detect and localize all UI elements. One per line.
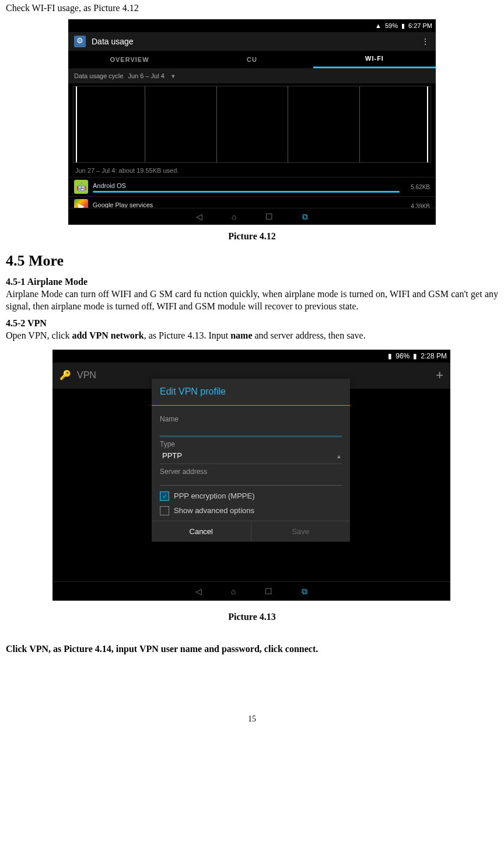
battery-icon: ▮	[401, 22, 405, 30]
battery-level: 96%	[396, 352, 410, 361]
chevron-down-icon: ▾	[172, 72, 175, 80]
tab-wifi[interactable]: WI-FI	[313, 51, 436, 68]
airplane-mode-text: Airplane Mode can turn off WIFI and G SM…	[6, 288, 498, 313]
graph-vline	[145, 86, 145, 162]
app-usage-bar	[93, 191, 400, 193]
edit-vpn-dialog: Edit VPN profile Name Type PPTP ▲ Server…	[152, 379, 350, 541]
ppp-encryption-row[interactable]: ✓ PPP encryption (MPPE)	[160, 489, 342, 504]
show-advanced-row[interactable]: Show advanced options	[160, 504, 342, 518]
clock: 6:27 PM	[408, 22, 432, 30]
subsection-4-5-1-title: 4.5-1 Airplane Mode	[6, 276, 498, 288]
name-label: Name	[160, 415, 342, 424]
save-button[interactable]: Save	[251, 521, 351, 542]
vpn-header-title: VPN	[77, 369, 96, 382]
usage-summary: Jun 27 – Jul 4: about 19.55KB used.	[68, 165, 436, 177]
back-icon[interactable]: ◁	[196, 211, 202, 222]
overflow-menu-icon[interactable]: ⋮	[421, 36, 430, 47]
caption-4-13: Picture 4.13	[6, 611, 498, 623]
screenshot-icon[interactable]: ⧉	[302, 586, 307, 597]
app-info: Android OS	[93, 182, 406, 193]
vpn-screenshot: ▮ 96% ▮ 2:28 PM 🔑 VPN + Edit VPN profile…	[52, 350, 450, 601]
page-number: 15	[6, 714, 498, 736]
name-input[interactable]	[160, 424, 342, 437]
section-4-5-title: 4.5 More	[6, 251, 498, 271]
home-icon[interactable]: ⌂	[232, 211, 236, 222]
app-row[interactable]: 🤖 Android OS 5.62KB	[68, 177, 436, 196]
navigation-bar: ◁ ⌂ ☐ ⧉	[52, 581, 450, 601]
home-icon[interactable]: ⌂	[231, 586, 236, 597]
tab-overview[interactable]: OVERVIEW	[68, 51, 191, 68]
navigation-bar: ◁ ⌂ ☐ ⧉	[68, 208, 436, 225]
vpn-text: Open VPN, click add VPN network, as Pict…	[6, 330, 498, 342]
graph-marker-left[interactable]	[76, 86, 77, 162]
add-vpn-icon[interactable]: +	[436, 367, 443, 384]
key-icon: 🔑	[60, 369, 71, 382]
recent-apps-icon[interactable]: ☐	[265, 586, 272, 597]
screen-header: ⚙ Data usage ⋮	[68, 32, 436, 51]
settings-icon: ⚙	[74, 36, 86, 47]
cancel-button[interactable]: Cancel	[152, 521, 251, 542]
tabs: OVERVIEW CU WI-FI	[68, 51, 436, 68]
recent-apps-icon[interactable]: ☐	[265, 211, 273, 222]
graph-vline	[359, 86, 360, 162]
graph-vline	[216, 86, 217, 162]
tab-cu[interactable]: CU	[191, 51, 313, 68]
type-select[interactable]: PPTP ▲	[160, 449, 342, 464]
show-advanced-label: Show advanced options	[174, 506, 254, 516]
android-os-icon: 🤖	[74, 180, 88, 194]
vpn-connect-instruction: Click VPN, as Picture 4.14, input VPN us…	[6, 643, 498, 656]
ppp-encryption-label: PPP encryption (MPPE)	[174, 491, 254, 501]
usage-graph[interactable]	[73, 86, 431, 163]
caption-4-12: Picture 4.12	[6, 231, 498, 243]
dialog-title: Edit VPN profile	[152, 379, 350, 406]
app-name: Android OS	[93, 182, 406, 190]
battery-level: 59%	[385, 22, 398, 30]
wifi-icon: ▲	[375, 22, 382, 30]
data-usage-screenshot: ▲ 59% ▮ 6:27 PM ⚙ Data usage ⋮ OVERVIEW …	[68, 19, 436, 225]
cycle-label: Data usage cycle	[74, 72, 123, 80]
header-title: Data usage	[92, 36, 134, 47]
clock: 2:28 PM	[421, 352, 447, 361]
cycle-range: Jun 6 – Jul 4	[128, 72, 164, 80]
server-address-input[interactable]	[160, 477, 342, 486]
graph-marker-right[interactable]	[427, 86, 428, 162]
app-size: 5.62KB	[411, 183, 430, 191]
status-bar: ▲ 59% ▮ 6:27 PM	[68, 19, 436, 32]
back-icon[interactable]: ◁	[195, 586, 202, 597]
chevron-down-icon: ▲	[336, 452, 342, 460]
type-value: PPTP	[160, 451, 182, 461]
status-bar: ▮ 96% ▮ 2:28 PM	[52, 350, 450, 362]
type-label: Type	[160, 440, 342, 449]
subsection-4-5-2-title: 4.5-2 VPN	[6, 318, 498, 330]
intro-text: Check WI-FI usage, as Picture 4.12	[6, 2, 498, 15]
checkbox-checked-icon: ✓	[160, 491, 169, 501]
checkbox-empty-icon	[160, 506, 169, 515]
screenshot-icon[interactable]: ⧉	[302, 211, 308, 222]
battery-icon: ▮	[388, 352, 392, 361]
server-address-label: Server address	[160, 468, 342, 477]
graph-vline	[288, 86, 288, 162]
data-cycle-row[interactable]: Data usage cycle Jun 6 – Jul 4 ▾	[68, 68, 436, 83]
battery-icon: ▮	[413, 352, 417, 361]
